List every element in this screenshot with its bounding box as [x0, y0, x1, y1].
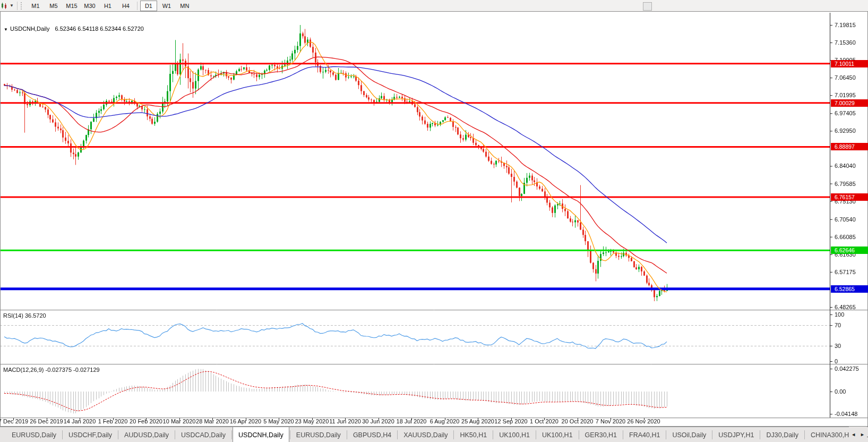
symbol-tab[interactable]: AUDUSD,Daily	[119, 427, 174, 442]
timeframe-button-w1[interactable]: W1	[158, 1, 175, 11]
timeframe-toolbar: ▼ M1M5M15M30H1H4D1W1MN	[0, 0, 868, 12]
timeframe-button-m30[interactable]: M30	[81, 1, 98, 11]
tab-separator	[453, 430, 454, 439]
tab-separator	[62, 430, 63, 439]
tab-separator	[493, 430, 493, 439]
timeframe-button-d1[interactable]: D1	[140, 1, 157, 11]
toolbar-divider	[17, 2, 18, 10]
symbol-tab[interactable]: EURUSD,Daily	[291, 427, 346, 442]
chart-type-icon[interactable]	[1, 2, 9, 10]
symbol-tab[interactable]: GER30,H1	[580, 427, 622, 442]
symbol-tab[interactable]: EURUSD,Daily	[6, 427, 62, 442]
chart-canvas[interactable]	[0, 11, 868, 427]
tab-scroll-right-icon[interactable]: ►	[860, 432, 865, 437]
tab-separator	[290, 430, 290, 439]
symbol-tab[interactable]: USOil,Daily	[667, 427, 711, 442]
tab-separator	[118, 430, 118, 439]
tab-scroll-left-icon[interactable]: ◄	[851, 432, 856, 437]
tab-separator	[397, 430, 398, 439]
symbol-tab[interactable]: UK100,H1	[494, 427, 535, 442]
tab-separator	[760, 430, 760, 439]
tab-separator	[347, 430, 347, 439]
symbol-tab[interactable]: DJ30,Daily	[761, 427, 803, 442]
tab-separator	[231, 430, 232, 439]
tab-separator	[804, 430, 805, 439]
symbol-tab[interactable]: USDCAD,Daily	[176, 427, 231, 442]
symbol-tab[interactable]: USDCNH,Daily	[233, 427, 289, 442]
timeframe-button-m1[interactable]: M1	[27, 1, 44, 11]
toolbar-divider	[137, 2, 137, 10]
toolbar-grip	[21, 2, 23, 10]
tab-separator	[175, 430, 175, 439]
symbol-tab-bar: EURUSD,DailyUSDCHF,DailyAUDUSD,DailyUSDC…	[0, 427, 868, 442]
symbol-tab[interactable]: XAUUSD,Daily	[398, 427, 453, 442]
symbol-tab[interactable]: HK50,H1	[454, 427, 492, 442]
timeframe-button-h1[interactable]: H1	[99, 1, 116, 11]
symbol-tab[interactable]: GBPUSD,H4	[348, 427, 397, 442]
chart-type-caret-icon[interactable]: ▼	[10, 3, 14, 8]
tab-separator	[712, 430, 712, 439]
symbol-tab[interactable]: FRA40,H1	[624, 427, 665, 442]
toolbar-overflow-handle[interactable]	[643, 2, 652, 11]
tab-separator	[666, 430, 666, 439]
tab-separator	[579, 430, 579, 439]
timeframe-button-h4[interactable]: H4	[117, 1, 134, 11]
timeframe-button-mn[interactable]: MN	[176, 1, 193, 11]
chart-window: ▼USDCNH,Daily6.52346 6.54118 6.52344 6.5…	[0, 11, 868, 427]
timeframe-button-m5[interactable]: M5	[45, 1, 62, 11]
symbol-tab[interactable]: UK100,H1	[537, 427, 578, 442]
tab-separator	[536, 430, 536, 439]
timeframe-button-m15[interactable]: M15	[63, 1, 80, 11]
symbol-tab[interactable]: USDJPY,H1	[713, 427, 759, 442]
tab-separator	[623, 430, 623, 439]
tab-bar-left-pad	[0, 427, 6, 442]
symbol-tab[interactable]: USDCHF,Daily	[63, 427, 117, 442]
